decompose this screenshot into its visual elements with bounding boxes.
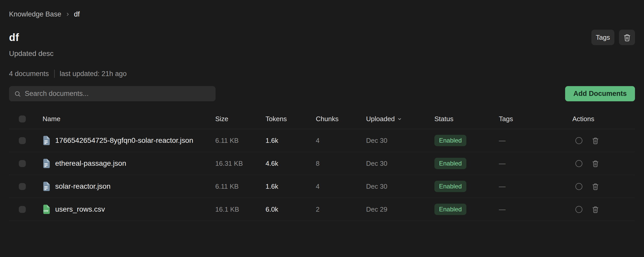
document-tokens: 4.6k bbox=[266, 160, 316, 168]
document-tags: — bbox=[499, 137, 572, 145]
trash-icon bbox=[592, 183, 599, 190]
document-uploaded: Dec 30 bbox=[366, 183, 434, 190]
toggle-status-icon[interactable] bbox=[575, 183, 582, 190]
documents-table: Name Size Tokens Chunks Uploaded Status … bbox=[9, 109, 635, 221]
delete-document-button[interactable] bbox=[592, 137, 599, 144]
document-size: 16.1 KB bbox=[215, 205, 266, 213]
toggle-status-icon[interactable] bbox=[575, 206, 582, 213]
column-header-chunks: Chunks bbox=[316, 115, 366, 123]
title-row: df Tags bbox=[9, 30, 635, 45]
column-header-tags: Tags bbox=[499, 115, 572, 123]
trash-icon bbox=[592, 137, 599, 144]
row-checkbox[interactable] bbox=[19, 137, 26, 144]
column-header-name: Name bbox=[35, 115, 215, 123]
json-file-icon bbox=[43, 182, 50, 191]
document-tokens: 1.6k bbox=[266, 137, 316, 145]
document-size: 6.11 KB bbox=[215, 137, 266, 145]
document-chunks: 2 bbox=[316, 205, 366, 213]
toggle-status-icon[interactable] bbox=[575, 137, 582, 144]
trash-icon bbox=[592, 206, 599, 213]
column-header-uploaded[interactable]: Uploaded bbox=[366, 115, 434, 123]
json-file-icon bbox=[43, 136, 50, 145]
breadcrumb-knowledge-base-link[interactable]: Knowledge Base bbox=[9, 10, 61, 18]
page-title: df bbox=[9, 32, 19, 43]
row-checkbox[interactable] bbox=[19, 206, 26, 213]
json-file-icon bbox=[43, 159, 50, 168]
add-documents-button[interactable]: Add Documents bbox=[565, 86, 635, 101]
table-row: csv users_rows.csv 16.1 KB 6.0k 2 Dec 29… bbox=[9, 198, 635, 221]
document-tokens: 1.6k bbox=[266, 183, 316, 190]
document-uploaded: Dec 30 bbox=[366, 137, 434, 145]
column-header-tokens: Tokens bbox=[266, 115, 316, 123]
document-name[interactable]: users_rows.csv bbox=[55, 205, 105, 213]
status-badge: Enabled bbox=[434, 204, 466, 215]
trash-icon bbox=[623, 34, 631, 41]
stats-line: 4 documents last updated: 21h ago bbox=[9, 70, 635, 78]
status-badge: Enabled bbox=[434, 158, 466, 169]
document-tags: — bbox=[499, 205, 572, 213]
document-size: 6.11 KB bbox=[215, 183, 266, 190]
status-badge: Enabled bbox=[434, 135, 466, 146]
kb-description: Updated desc bbox=[9, 49, 635, 58]
row-checkbox[interactable] bbox=[19, 183, 26, 190]
document-size: 16.31 KB bbox=[215, 160, 266, 168]
breadcrumb-current: df bbox=[74, 10, 80, 18]
document-name[interactable]: ethereal-passage.json bbox=[55, 159, 126, 168]
column-header-size: Size bbox=[215, 115, 266, 123]
document-uploaded: Dec 29 bbox=[366, 205, 434, 213]
column-header-actions: Actions bbox=[572, 115, 635, 123]
document-uploaded: Dec 30 bbox=[366, 160, 434, 168]
divider bbox=[54, 70, 55, 78]
document-tokens: 6.0k bbox=[266, 205, 316, 213]
tags-button[interactable]: Tags bbox=[591, 30, 614, 45]
toolbar: Add Documents bbox=[9, 86, 635, 101]
table-row: 1766542654725-8ygfqn0-solar-reactor.json… bbox=[9, 129, 635, 152]
search-input[interactable] bbox=[25, 90, 210, 98]
status-badge: Enabled bbox=[434, 181, 466, 192]
search-box[interactable] bbox=[9, 86, 216, 101]
column-header-status: Status bbox=[434, 115, 499, 123]
knowledge-base-detail-page: Knowledge Base df df Tags Updated desc 4… bbox=[0, 10, 644, 221]
document-tags: — bbox=[499, 183, 572, 190]
document-chunks: 4 bbox=[316, 137, 366, 145]
document-chunks: 8 bbox=[316, 160, 366, 168]
title-actions: Tags bbox=[591, 30, 635, 45]
table-row: ethereal-passage.json 16.31 KB 4.6k 8 De… bbox=[9, 152, 635, 175]
document-name[interactable]: 1766542654725-8ygfqn0-solar-reactor.json bbox=[55, 136, 193, 145]
delete-document-button[interactable] bbox=[592, 160, 599, 167]
chevron-right-icon bbox=[65, 12, 70, 16]
delete-document-button[interactable] bbox=[592, 183, 599, 190]
chevron-down-icon bbox=[397, 117, 402, 121]
document-name[interactable]: solar-reactor.json bbox=[55, 182, 111, 190]
document-tags: — bbox=[499, 160, 572, 168]
search-icon bbox=[14, 90, 21, 97]
table-header-row: Name Size Tokens Chunks Uploaded Status … bbox=[9, 109, 635, 129]
delete-document-button[interactable] bbox=[592, 206, 599, 213]
table-row: solar-reactor.json 6.11 KB 1.6k 4 Dec 30… bbox=[9, 175, 635, 198]
delete-kb-button[interactable] bbox=[619, 30, 635, 45]
document-chunks: 4 bbox=[316, 183, 366, 190]
breadcrumb: Knowledge Base df bbox=[9, 10, 635, 18]
trash-icon bbox=[592, 160, 599, 167]
toggle-status-icon[interactable] bbox=[575, 160, 582, 167]
csv-file-icon: csv bbox=[43, 205, 50, 214]
last-updated: last updated: 21h ago bbox=[60, 70, 127, 78]
select-all-checkbox[interactable] bbox=[19, 115, 26, 122]
document-count: 4 documents bbox=[9, 70, 49, 78]
svg-text:csv: csv bbox=[44, 209, 48, 212]
row-checkbox[interactable] bbox=[19, 160, 26, 167]
